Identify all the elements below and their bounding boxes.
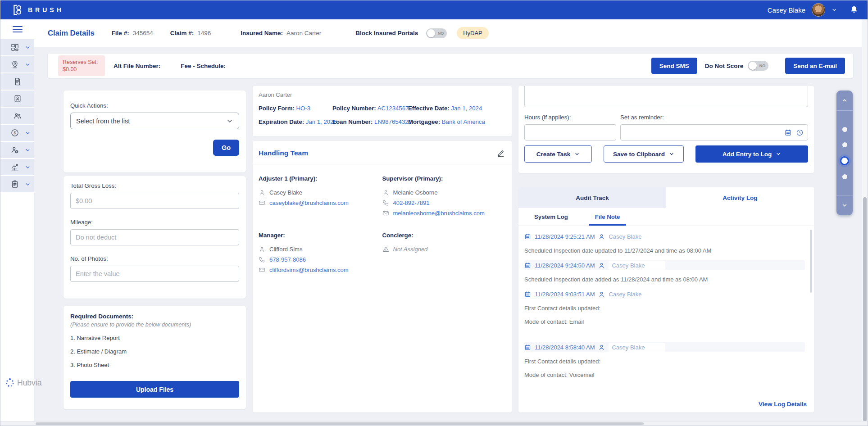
send-email-button[interactable]: Send an E-mail <box>785 58 845 74</box>
hubvia-logo: Hubvia <box>5 377 41 389</box>
sidebar-item-billing[interactable]: $ <box>0 125 34 141</box>
phone-icon <box>259 256 265 263</box>
policy-form-value[interactable]: HO-3 <box>296 105 311 112</box>
chevron-down-icon[interactable] <box>832 7 837 13</box>
sidebar-item-assignments[interactable] <box>0 142 34 158</box>
manager-phone-link[interactable]: 678-957-8086 <box>269 256 306 263</box>
log-entry-user: Casey Blake <box>609 343 665 352</box>
create-task-button[interactable]: Create Task <box>524 145 592 163</box>
page-horizontal-scrollbar[interactable] <box>0 421 868 426</box>
insured-name-value: Aaron Carter <box>286 30 321 36</box>
log-entry: 11/28/2024 9:03:51 AM Casey Blake First … <box>524 289 805 326</box>
chevron-down-icon <box>841 202 848 208</box>
calendar-icon[interactable] <box>784 129 792 136</box>
section-dot-2[interactable] <box>842 142 847 147</box>
adjuster-block: Adjuster 1 (Primary): Casey Blake caseyb… <box>259 175 382 217</box>
sidebar-item-forms[interactable] <box>0 176 34 192</box>
concierge-status: Not Assigned <box>393 246 428 253</box>
section-dot-3-active[interactable] <box>841 158 848 164</box>
required-documents-card: Required Documents: (Please ensure to pr… <box>64 306 246 409</box>
navigate-up-button[interactable] <box>836 91 853 110</box>
location-pin-icon <box>10 60 19 69</box>
log-entry-textarea[interactable] <box>524 86 808 107</box>
required-documents-note: (Please ensure to provide the below docu… <box>70 322 239 328</box>
section-navigator <box>836 91 853 215</box>
action-bar: Reserves Set: $0.00 Alt File Number: Fee… <box>48 54 853 78</box>
quick-actions-select[interactable]: Select from the list <box>70 113 239 129</box>
block-insured-portals-toggle[interactable]: NO <box>426 28 447 38</box>
reminder-input[interactable] <box>620 124 808 140</box>
loan-number-value[interactable]: LN987654321 <box>374 118 412 125</box>
toggle-knob <box>427 29 435 37</box>
supervisor-phone-link[interactable]: 402-892-7891 <box>393 199 430 206</box>
chevron-down-icon <box>669 151 674 157</box>
view-log-details-link[interactable]: View Log Details <box>759 401 807 408</box>
sidebar-item-dashboard[interactable] <box>0 39 34 55</box>
sidebar-item-contacts[interactable] <box>0 91 34 107</box>
sidebar-item-reports[interactable] <box>0 159 34 175</box>
go-button[interactable]: Go <box>213 140 239 156</box>
scrollbar-thumb[interactable] <box>863 197 867 421</box>
mail-icon <box>382 210 389 217</box>
toggle-state-label: NO <box>759 63 766 68</box>
hydap-badge: HyDAP <box>457 27 489 39</box>
subtab-system-log[interactable]: System Log <box>534 213 568 226</box>
tab-audit-track[interactable]: Audit Track <box>518 187 666 208</box>
sidebar-item-documents[interactable] <box>0 73 34 90</box>
sidebar-item-locations[interactable] <box>0 56 34 73</box>
add-entry-to-log-button[interactable]: Add Entry to Log <box>695 145 808 163</box>
person-icon <box>259 246 265 253</box>
section-dot-4[interactable] <box>842 174 847 179</box>
edit-handling-team-button[interactable] <box>496 148 506 158</box>
fee-schedule-label: Fee - Schedule: <box>181 63 226 69</box>
policy-number-value[interactable]: AC1234567 <box>377 105 409 112</box>
clock-icon[interactable] <box>796 129 804 136</box>
hours-input[interactable] <box>524 124 616 140</box>
photos-count-input[interactable] <box>70 266 239 282</box>
chevron-down-icon <box>226 118 233 125</box>
toggle-knob <box>749 62 757 70</box>
chevron-down-icon <box>25 164 31 170</box>
avatar[interactable] <box>812 3 825 17</box>
hamburger-menu-icon[interactable] <box>0 19 34 39</box>
manager-email-link[interactable]: cliffordsims@brushclaims.com <box>269 267 349 273</box>
section-dot-1[interactable] <box>842 127 847 132</box>
chevron-down-icon <box>25 181 31 187</box>
total-gross-loss-input[interactable] <box>70 193 239 209</box>
subtab-file-note[interactable]: File Note <box>595 213 620 226</box>
effective-date-value[interactable]: Jan 1, 2024 <box>451 105 482 112</box>
sidebar-item-team[interactable] <box>0 108 34 124</box>
quick-actions-selected-value: Select from the list <box>76 118 130 125</box>
supervisor-email-link[interactable]: melanieosborne@brushclaims.com <box>393 210 485 217</box>
notifications-bell-icon[interactable] <box>850 5 859 14</box>
save-to-clipboard-button[interactable]: Save to Clipboard <box>604 145 684 163</box>
brand-logo[interactable]: BRUSH <box>12 4 64 16</box>
topbar: BRUSH Casey Blake <box>0 0 868 19</box>
send-sms-button[interactable]: Send SMS <box>651 58 697 74</box>
calendar-icon <box>524 233 531 240</box>
forms-clipboard-icon <box>10 180 19 189</box>
log-list-scrollbar[interactable] <box>810 230 812 293</box>
save-to-clipboard-label: Save to Clipboard <box>613 151 665 158</box>
hours-label: Hours (if applies): <box>524 114 616 121</box>
navigate-down-button[interactable] <box>836 195 853 215</box>
claim-number-value: 1496 <box>197 30 211 36</box>
effective-date-label: Effective Date: <box>408 105 450 112</box>
do-not-score-toggle[interactable]: NO <box>748 61 768 71</box>
dashboard-icon <box>10 43 19 52</box>
upload-files-button[interactable]: Upload Files <box>70 381 239 398</box>
scrollbar-thumb[interactable] <box>36 422 644 425</box>
log-entry-message: First Contact details updated: <box>524 358 805 366</box>
chevron-down-icon <box>574 151 580 157</box>
mileage-input[interactable] <box>70 229 239 245</box>
person-icon <box>598 262 605 269</box>
required-document-item: 3. Photo Sheet <box>70 362 239 368</box>
adjuster-email-link[interactable]: caseyblake@brushclaims.com <box>269 199 349 206</box>
alt-file-number-label: Alt File Number: <box>114 63 160 69</box>
tab-activity-log[interactable]: Activity Log <box>666 187 814 208</box>
svg-text:$: $ <box>14 131 16 135</box>
mortgagee-value[interactable]: Bank of America <box>442 118 485 125</box>
reserves-value: $0.00 <box>63 66 105 73</box>
concierge-role-label: Concierge: <box>382 232 506 239</box>
page-vertical-scrollbar[interactable] <box>862 19 868 421</box>
